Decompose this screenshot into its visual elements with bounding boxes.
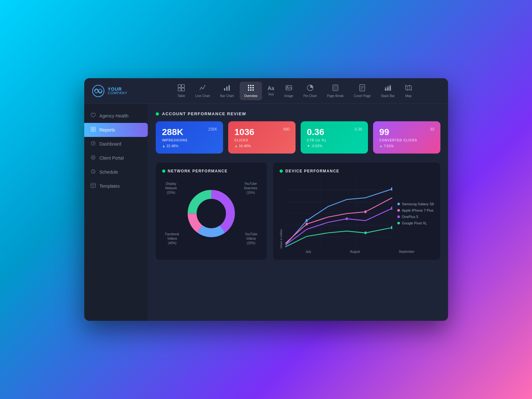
stat-card-clicks: 890 1036 CLICKS ▲ 16.40% [228, 121, 296, 154]
pie-chart-icon [307, 84, 314, 93]
svg-point-45 [93, 143, 93, 144]
arrow-up-icon: ▲ [235, 144, 238, 148]
impressions-secondary: 235K [208, 127, 217, 132]
toolbar-item-overview[interactable]: Overview [240, 82, 262, 100]
stat-card-converted: 92 99 CONVERTED CLICKS ▲ 7.61% [373, 121, 440, 154]
converted-change: ▲ 7.61% [379, 144, 434, 148]
network-panel: NETWORK PERFORMANCE [156, 162, 267, 260]
toolbar: YOUR COMPANY Table Line Chart [84, 78, 448, 104]
iphone-label: Apple iPhone 7 Plus [402, 208, 433, 212]
oneplus-dot [397, 215, 400, 218]
toolbar-item-table[interactable]: Table [173, 82, 190, 100]
logo-icon [92, 85, 105, 97]
chart-area: 1 2 3 4 5 6 [285, 178, 392, 249]
clicks-label: CLICKS [235, 139, 289, 142]
toolbar-map-label: Map [405, 94, 411, 98]
x-axis-labels: July August September [280, 250, 434, 253]
sidebar-item-templates[interactable]: Templates [84, 179, 148, 193]
toolbar-text-label: Text [268, 93, 274, 96]
ctr-label: CTR (in %) [307, 139, 362, 142]
image-icon [285, 84, 292, 93]
ctr-value: 0.36 [307, 127, 362, 137]
clicks-secondary: 890 [283, 127, 289, 132]
svg-rect-4 [182, 88, 184, 91]
svg-rect-3 [178, 88, 181, 91]
donut-chart [183, 185, 240, 242]
chart-legend: Samsung Galaxy S8 Apple iPhone 7 Plus On… [397, 178, 434, 249]
account-title: ACCOUNT PERFORMANCE REVIEW [162, 111, 246, 116]
toolbar-item-text[interactable]: Aa Text [263, 83, 279, 99]
client-portal-icon [91, 155, 96, 161]
sidebar-item-reports[interactable]: Reports [84, 123, 148, 137]
svg-rect-15 [250, 87, 251, 88]
sidebar-item-client-portal[interactable]: Client Portal [84, 151, 148, 165]
sidebar-item-dashboard[interactable]: Dashboard [84, 137, 148, 151]
toolbar-cover-page-label: Cover Page [354, 94, 371, 98]
bottom-row: NETWORK PERFORMANCE [156, 162, 440, 260]
reports-icon [91, 127, 96, 133]
svg-point-71 [391, 187, 392, 191]
label-youtube-videos: YouTubeVideos(25%) [245, 232, 257, 245]
account-dot [156, 112, 159, 116]
toolbar-item-stack-bar[interactable]: Stack Bar [377, 82, 399, 100]
sidebar-item-schedule[interactable]: Schedule [84, 165, 148, 179]
svg-rect-11 [248, 85, 249, 86]
line-chart: Views in million [280, 178, 434, 249]
samsung-dot [397, 203, 400, 205]
arrow-up-icon: ▲ [162, 144, 166, 148]
toolbar-items: Table Line Chart Bar Chart [149, 82, 440, 100]
converted-label: CONVERTED CLICKS [379, 139, 434, 142]
svg-point-46 [91, 155, 95, 159]
svg-rect-16 [252, 87, 254, 88]
svg-rect-35 [389, 86, 391, 91]
toolbar-item-cover-page[interactable]: Cover Page [349, 82, 375, 100]
stats-row: 235K 288K IMPRESSIONS ▲ 22.48% 890 1036 … [156, 121, 440, 154]
templates-icon [91, 183, 96, 189]
heart-icon [91, 113, 96, 119]
bar-chart-icon [223, 84, 230, 93]
label-youtube-searches: YouTubeSearches(15%) [244, 182, 257, 195]
content-area: ACCOUNT PERFORMANCE REVIEW 235K 288K IMP… [148, 104, 448, 321]
table-icon [178, 84, 185, 93]
dashboard-icon [91, 141, 96, 147]
text-icon: Aa [268, 86, 274, 91]
svg-rect-2 [182, 85, 184, 87]
stat-card-ctr: 0.38 0.36 CTR (in %) ▼ -0.02% [301, 121, 368, 154]
toolbar-item-page-break[interactable]: Page Break [323, 82, 348, 100]
x-label-august: August [350, 250, 360, 253]
toolbar-item-bar-chart[interactable]: Bar Chart [216, 82, 238, 100]
legend-oneplus: OnePlus 5 [397, 215, 434, 219]
svg-marker-37 [406, 85, 411, 90]
logo-your: YOUR [108, 87, 128, 91]
converted-value: 99 [379, 127, 434, 137]
schedule-icon [91, 169, 96, 175]
impressions-change: ▲ 22.48% [162, 144, 217, 148]
svg-point-72 [306, 223, 308, 226]
svg-rect-9 [226, 87, 228, 91]
toolbar-item-map[interactable]: Map [401, 82, 416, 100]
network-title: NETWORK PERFORMANCE [162, 169, 261, 173]
svg-rect-34 [387, 86, 389, 87]
toolbar-pie-chart-label: Pie Chart [303, 94, 317, 98]
svg-point-77 [391, 226, 392, 230]
svg-point-70 [306, 219, 308, 222]
stat-card-impressions: 235K 288K IMPRESSIONS ▲ 22.48% [156, 121, 223, 154]
clicks-change: ▲ 16.40% [235, 144, 289, 148]
clicks-value: 1036 [235, 127, 289, 137]
toolbar-bar-chart-label: Bar Chart [220, 94, 234, 98]
map-icon [405, 84, 412, 93]
arrow-up-icon: ▲ [379, 144, 383, 148]
logo[interactable]: YOUR COMPANY [92, 85, 149, 97]
page-break-icon [332, 84, 339, 93]
iphone-dot [397, 209, 400, 212]
toolbar-item-pie-chart[interactable]: Pie Chart [299, 82, 321, 100]
svg-rect-18 [250, 89, 251, 91]
sidebar-item-agency-health[interactable]: Agency Health [84, 109, 148, 123]
cover-page-icon [359, 84, 366, 93]
line-chart-svg: 1 2 3 4 5 6 [285, 178, 392, 249]
stack-bar-icon [384, 84, 391, 93]
svg-point-75 [391, 207, 392, 210]
app-window: YOUR COMPANY Table Line Chart [84, 78, 448, 321]
toolbar-item-line-chart[interactable]: Line Chart [191, 82, 214, 100]
toolbar-item-image[interactable]: Image [280, 82, 298, 100]
